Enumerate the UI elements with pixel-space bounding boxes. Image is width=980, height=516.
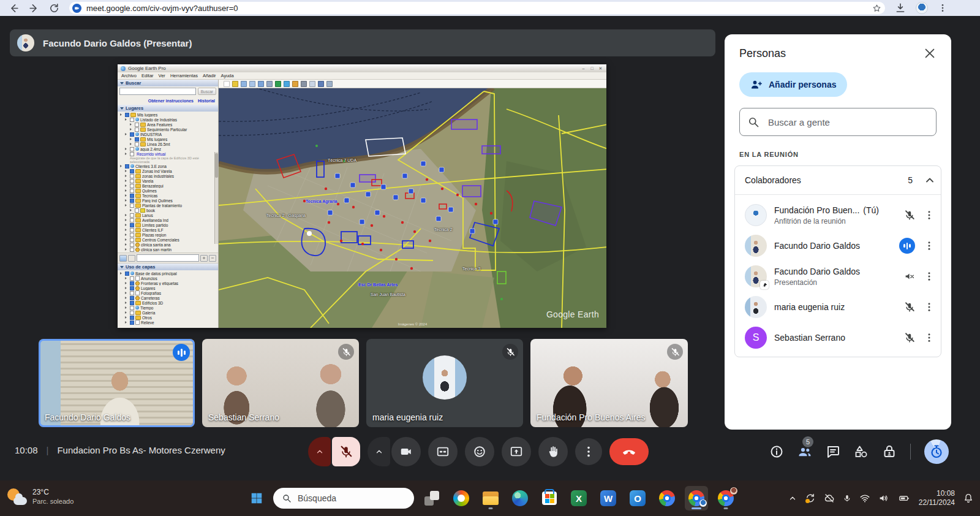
present-button[interactable] — [502, 437, 531, 466]
presentation-screen[interactable]: Google Earth Pro – □ ✕ ArchivoEditarVerH… — [118, 64, 606, 328]
close-panel-icon[interactable] — [923, 47, 937, 60]
start-button[interactable] — [246, 488, 267, 509]
earth-toolbar-icon[interactable] — [284, 81, 290, 87]
earth-places-header[interactable]: Lugares — [118, 105, 218, 112]
tree-item[interactable]: Asegúrate de que la capa de Edificios 3D… — [119, 156, 218, 164]
earth-toolbar-icon[interactable] — [241, 81, 247, 87]
participant-row[interactable]: S Sebastian Serrano — [735, 322, 941, 353]
tree-item[interactable]: Centros Comerciales — [119, 237, 218, 242]
earth-search-button[interactable]: Buscar — [198, 88, 216, 95]
browser-profile-avatar[interactable] — [916, 2, 928, 14]
earth-toolbar-icon[interactable] — [232, 81, 238, 87]
excel-button[interactable]: X — [567, 486, 590, 510]
earth-directions-link[interactable]: Obtener instrucciones — [148, 99, 194, 103]
video-tile-facundo[interactable]: Facundo Dario Galdos — [39, 339, 195, 427]
taskbar-search[interactable]: Búsqueda — [273, 488, 414, 509]
tree-item[interactable]: Galería — [119, 310, 218, 315]
more-actions-icon[interactable] — [924, 271, 935, 282]
earth-toolbar-icon[interactable] — [266, 81, 273, 87]
earth-toolbar-icon[interactable] — [224, 81, 230, 87]
earth-toolbar-icon[interactable] — [301, 81, 307, 87]
tree-item[interactable]: Quilmes — [119, 188, 218, 193]
menu-item[interactable]: Herramientas — [170, 73, 198, 78]
menu-item[interactable]: Ayuda — [221, 73, 234, 78]
earth-history-link[interactable]: Historial — [198, 99, 215, 103]
tree-item[interactable]: Mis lugares — [119, 112, 218, 117]
earth-maximize-button[interactable]: □ — [589, 66, 595, 71]
earth-toolbar-icon[interactable] — [309, 81, 315, 87]
earth-remove-button[interactable] — [209, 255, 216, 262]
add-people-button[interactable]: Añadir personas — [739, 72, 847, 97]
mic-options-chevron[interactable] — [308, 437, 331, 466]
tree-item[interactable]: Area Features — [119, 122, 218, 127]
collapse-icon[interactable] — [924, 174, 936, 186]
downloads-icon[interactable] — [895, 2, 906, 13]
participant-row[interactable]: maria eugenia ruiz — [735, 292, 941, 322]
tree-item[interactable]: Lanus — [119, 213, 218, 218]
participant-row[interactable]: Facundo Dario Galdos — [735, 230, 941, 261]
mic-toggle-button[interactable] — [332, 437, 360, 466]
outlook-button[interactable]: O — [626, 486, 649, 510]
microphone-in-use-icon[interactable] — [843, 493, 851, 504]
tree-item[interactable]: Anuncios — [119, 276, 218, 281]
earth-close-button[interactable]: ✕ — [598, 66, 603, 71]
earth-toolbar-icon[interactable] — [326, 81, 333, 87]
menu-item[interactable]: Archivo — [121, 73, 137, 78]
tree-item[interactable]: Zonas ind Varela — [119, 169, 218, 173]
tree-item[interactable]: Edificios 3D — [119, 300, 218, 305]
tree-item[interactable]: Mis lugares — [119, 137, 218, 142]
earth-sidebar-scrollbar[interactable] — [214, 152, 218, 244]
tree-item[interactable]: Listado de Industrias — [119, 117, 218, 122]
reactions-button[interactable] — [465, 437, 494, 466]
participant-row[interactable]: Facundo Dario Galdos Presentación — [735, 261, 941, 292]
camera-toggle-button[interactable] — [391, 437, 421, 466]
hidden-icons-chevron[interactable] — [788, 493, 797, 504]
microsoft-store-button[interactable] — [538, 486, 561, 510]
copilot-button[interactable] — [450, 486, 473, 510]
edge-button[interactable] — [508, 486, 532, 510]
video-tile-fundacion[interactable]: Fundación Pro Buenos Aires — [530, 339, 688, 427]
browser-menu-icon[interactable] — [938, 3, 948, 13]
tree-item[interactable]: Varela — [119, 178, 218, 183]
bookmark-star-icon[interactable] — [872, 4, 881, 13]
menu-item[interactable]: Añadir — [203, 73, 216, 78]
earth-toolbar-icon[interactable] — [258, 81, 264, 87]
earth-toolbar-icon[interactable] — [292, 81, 298, 87]
tree-item[interactable]: Plazas region — [119, 232, 218, 237]
menu-item[interactable]: Editar — [141, 73, 154, 78]
tree-item[interactable]: Clientes ILF — [119, 227, 218, 232]
people-button[interactable]: 5 — [797, 444, 812, 459]
tree-item[interactable]: Relieve — [119, 320, 218, 325]
earth-layers-header[interactable]: Uso de capas — [118, 264, 218, 270]
camera-options-chevron[interactable] — [368, 437, 390, 466]
tree-item[interactable]: Plantas de tratamiento — [119, 203, 218, 208]
more-options-button[interactable] — [575, 438, 602, 465]
earth-tool-button[interactable] — [128, 255, 135, 262]
video-tile-maria[interactable]: maria eugenia ruiz — [366, 339, 523, 427]
earth-toolbar-icon[interactable] — [249, 81, 255, 87]
participant-row[interactable]: Fundación Pro Buen...(Tú) Anfitrión de l… — [735, 200, 941, 230]
end-call-button[interactable] — [609, 438, 649, 465]
tree-item[interactable]: Tecnicas — [119, 193, 218, 198]
tree-item[interactable]: Avellaneda Ind — [119, 218, 218, 222]
timer-button[interactable] — [924, 439, 949, 464]
tree-item[interactable]: Parq ind Quilmes — [119, 198, 218, 203]
notifications-bell-icon[interactable] — [963, 493, 974, 504]
earth-toolbar-icon[interactable] — [275, 81, 281, 87]
tree-item[interactable]: Limites partido — [119, 222, 218, 227]
sync-icon[interactable] — [805, 493, 816, 504]
tree-item[interactable]: Lugares — [119, 286, 218, 290]
tree-item[interactable]: Base de datos principal — [119, 271, 218, 276]
tree-item[interactable]: Tiempo — [119, 305, 218, 310]
more-actions-icon[interactable] — [924, 210, 935, 221]
tree-item[interactable]: zonas industriales — [119, 173, 218, 178]
earth-search-header[interactable]: Buscar — [118, 80, 218, 86]
tree-item[interactable]: Fronteras y etiquetas — [119, 281, 218, 286]
tree-item[interactable]: Recorrido virtual — [119, 151, 218, 156]
tree-item[interactable]: clinica san martin — [119, 247, 218, 252]
more-actions-icon[interactable] — [924, 332, 935, 343]
chrome-button[interactable] — [655, 486, 679, 510]
raise-hand-button[interactable] — [538, 437, 568, 466]
more-actions-icon[interactable] — [924, 302, 935, 313]
back-icon[interactable] — [9, 3, 19, 13]
